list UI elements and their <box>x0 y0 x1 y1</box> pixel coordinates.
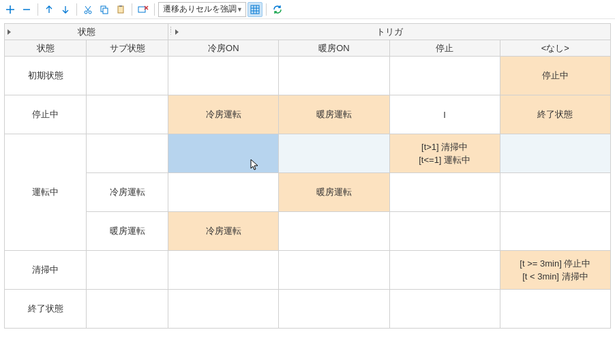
substate-cell[interactable] <box>87 134 168 173</box>
substate-cell[interactable] <box>87 290 168 329</box>
refresh-button[interactable] <box>270 2 285 17</box>
transition-cell[interactable] <box>389 57 500 95</box>
toolbar-separator <box>76 3 77 16</box>
copy-button[interactable] <box>97 2 112 17</box>
transition-cell[interactable]: 暖房運転 <box>279 95 389 134</box>
paste-button[interactable] <box>113 2 128 17</box>
transition-cell[interactable] <box>389 251 500 290</box>
svg-rect-5 <box>119 5 122 7</box>
state-cell[interactable]: 停止中 <box>5 95 87 134</box>
transition-cell[interactable] <box>279 251 389 290</box>
chevron-down-icon: ▼ <box>237 6 243 13</box>
header-state-group-label: 状態 <box>78 27 95 37</box>
expand-icon[interactable] <box>175 29 179 35</box>
transition-cell[interactable] <box>500 290 610 329</box>
transition-cell[interactable]: 停止中 <box>500 57 610 95</box>
toolbar-separator <box>266 3 267 16</box>
add-button[interactable] <box>3 2 18 17</box>
toolbar-separator <box>132 3 132 16</box>
substate-cell[interactable]: 冷房運転 <box>87 173 168 212</box>
header-stop[interactable]: 停止 <box>389 40 500 57</box>
transition-cell[interactable] <box>279 290 389 329</box>
delete-cell-button[interactable] <box>136 2 151 17</box>
move-up-button[interactable] <box>42 2 57 17</box>
header-none[interactable]: <なし> <box>500 40 610 57</box>
grid-view-button[interactable] <box>247 2 262 17</box>
remove-button[interactable] <box>19 2 34 17</box>
transition-cell-selected[interactable] <box>168 134 279 173</box>
toolbar-separator <box>38 3 38 16</box>
toolbar: 遷移ありセルを強調 ▼ <box>0 0 615 19</box>
transition-cell[interactable]: [t>1] 清掃中 [t<=1] 運転中 <box>389 134 500 173</box>
header-state-group[interactable]: 状態 <box>5 24 168 40</box>
svg-rect-3 <box>103 8 108 14</box>
header-substate[interactable]: サブ状態 <box>87 40 168 57</box>
transition-cell[interactable] <box>500 173 610 212</box>
table-row: 運転中 [t>1] 清掃中 [t<=1] 運転中 <box>5 134 611 173</box>
transition-cell[interactable]: 冷房運転 <box>168 95 279 134</box>
state-transition-table: 状態 ⋮⋮⋮⋮⋮⋮ トリガ 状態 サブ状態 冷房ON 暖房ON 停止 <なし> … <box>4 23 611 329</box>
substate-cell[interactable] <box>87 57 168 95</box>
transition-cell[interactable] <box>389 173 500 212</box>
svg-point-1 <box>89 11 91 14</box>
highlight-mode-label: 遷移ありセルを強調 <box>163 3 237 15</box>
substate-cell[interactable] <box>87 95 168 134</box>
transition-cell[interactable] <box>168 57 279 95</box>
substate-cell[interactable]: 暖房運転 <box>87 212 168 251</box>
transition-cell[interactable]: 暖房運転 <box>279 173 389 212</box>
move-down-button[interactable] <box>58 2 73 17</box>
cut-button[interactable] <box>80 2 95 17</box>
transition-cell[interactable] <box>168 290 279 329</box>
transition-cell[interactable]: I <box>389 95 500 134</box>
transition-cell[interactable] <box>279 57 389 95</box>
svg-rect-7 <box>251 5 259 14</box>
header-state[interactable]: 状態 <box>5 40 87 57</box>
expand-icon[interactable] <box>7 29 11 35</box>
svg-point-0 <box>85 11 87 14</box>
column-grip-icon[interactable]: ⋮⋮⋮⋮⋮⋮ <box>168 26 172 37</box>
table-row: 清掃中 [t >= 3min] 停止中 [t < 3min] 清掃中 <box>5 251 611 290</box>
highlight-mode-select[interactable]: 遷移ありセルを強調 ▼ <box>158 2 246 17</box>
state-cell[interactable]: 初期状態 <box>5 57 87 95</box>
state-cell[interactable]: 清掃中 <box>5 251 87 290</box>
transition-cell[interactable]: 冷房運転 <box>168 212 279 251</box>
transition-cell[interactable] <box>389 212 500 251</box>
transition-cell[interactable] <box>500 212 610 251</box>
transition-cell[interactable] <box>168 251 279 290</box>
transition-cell[interactable] <box>389 290 500 329</box>
header-trigger-group-label: トリガ <box>376 27 403 37</box>
header-trigger-group[interactable]: ⋮⋮⋮⋮⋮⋮ トリガ <box>168 24 611 40</box>
svg-rect-4 <box>118 6 123 13</box>
transition-cell[interactable]: [t >= 3min] 停止中 [t < 3min] 清掃中 <box>500 251 610 290</box>
state-cell[interactable]: 終了状態 <box>5 290 87 329</box>
header-cooling-on[interactable]: 冷房ON <box>168 40 279 57</box>
svg-rect-6 <box>138 7 145 12</box>
cursor-icon <box>250 159 260 171</box>
transition-cell[interactable]: 終了状態 <box>500 95 610 134</box>
transition-cell[interactable] <box>168 173 279 212</box>
table-row: 冷房運転 暖房運転 <box>5 173 611 212</box>
table-row: 初期状態 停止中 <box>5 57 611 95</box>
table-row: 暖房運転 冷房運転 <box>5 212 611 251</box>
state-cell[interactable]: 運転中 <box>5 134 87 251</box>
transition-cell[interactable] <box>500 134 610 173</box>
table-row: 停止中 冷房運転 暖房運転 I 終了状態 <box>5 95 611 134</box>
state-transition-table-container: 状態 ⋮⋮⋮⋮⋮⋮ トリガ 状態 サブ状態 冷房ON 暖房ON 停止 <なし> … <box>0 19 615 333</box>
table-row: 終了状態 <box>5 290 611 329</box>
header-heating-on[interactable]: 暖房ON <box>279 40 389 57</box>
transition-cell[interactable] <box>279 134 389 173</box>
toolbar-separator <box>154 3 155 16</box>
substate-cell[interactable] <box>87 251 168 290</box>
transition-cell[interactable] <box>279 212 389 251</box>
